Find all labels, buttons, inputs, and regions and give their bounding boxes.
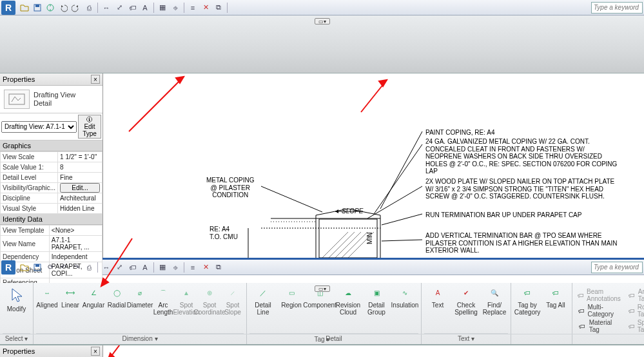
measure-icon[interactable]: ↔ xyxy=(101,262,112,273)
text-small-icon[interactable]: A xyxy=(139,2,151,14)
property-row[interactable]: Scale Value 1:8 xyxy=(1,162,102,173)
property-value[interactable]: Edit... xyxy=(58,183,102,193)
dimension-small-icon[interactable]: ⤢ xyxy=(113,2,125,14)
close-hidden-icon[interactable]: ✕ xyxy=(200,262,211,273)
property-key: Visual Style xyxy=(1,204,58,214)
switch-windows-icon[interactable]: ⧉ xyxy=(213,262,224,273)
tag-item-room-tag: 🏷Room Tag xyxy=(629,304,644,318)
open-icon[interactable] xyxy=(19,262,30,273)
type-selector[interactable]: Drafting View Detail xyxy=(0,86,102,113)
sync-icon[interactable]: ⟳ xyxy=(44,262,56,273)
thin-lines-icon[interactable]: ≡ xyxy=(187,262,199,273)
ribbon-collapse-toggle[interactable]: ▭▾ xyxy=(315,285,330,292)
text-small-icon[interactable]: A xyxy=(139,262,151,273)
property-value[interactable]: Architectural xyxy=(58,193,102,204)
spot-slope-icon: ⟋ xyxy=(225,285,240,301)
panel-label-tag2[interactable]: Tag ▾ xyxy=(0,334,644,345)
tool-arc-length[interactable]: ⌒Arc Length xyxy=(152,284,174,317)
tool-tag-all[interactable]: 🏷Tag All xyxy=(542,284,569,311)
tool-radial[interactable]: ◯Radial xyxy=(106,284,128,311)
property-value[interactable]: <None> xyxy=(49,226,102,236)
svg-line-25 xyxy=(110,345,139,357)
tool-tag-by-category[interactable]: 🏷Tag by Category xyxy=(514,284,541,317)
instance-dropdown[interactable]: Drafting View: A7.1-1 xyxy=(1,121,77,133)
drawing-canvas-bottom[interactable] xyxy=(103,345,644,357)
tag-item-multi-category[interactable]: 🏷Multi- Category xyxy=(578,304,623,318)
sync-icon[interactable] xyxy=(44,2,56,14)
property-row[interactable]: DependencyIndependent xyxy=(1,252,102,262)
property-key: Visibility/Graphic... xyxy=(1,183,58,193)
svg-line-9 xyxy=(322,232,348,258)
tag-small-icon[interactable]: 🏷 xyxy=(126,2,138,14)
redo-icon[interactable] xyxy=(70,2,82,14)
open-icon[interactable] xyxy=(19,2,30,14)
section-icon[interactable]: ⎆ xyxy=(170,262,181,273)
3d-view-icon[interactable]: ▦ xyxy=(157,2,168,14)
measure-icon[interactable]: ↔ xyxy=(101,2,112,14)
tool-revision-cloud[interactable]: ☁Revision Cloud xyxy=(335,284,362,317)
3d-view-icon[interactable]: ▦ xyxy=(157,262,168,273)
property-row[interactable]: View Scale1 1/2" = 1'-0" xyxy=(1,152,102,162)
property-value[interactable]: Hidden Line xyxy=(58,204,102,214)
tag-item-material-tag[interactable]: 🏷Material Tag xyxy=(578,319,623,333)
close-hidden-icon[interactable]: ✕ xyxy=(200,2,211,14)
save-icon[interactable] xyxy=(32,262,43,273)
tool-spot-slope: ⟋Spot Slope xyxy=(222,284,244,317)
edit-type-button[interactable]: 🛈 Edit Type xyxy=(78,115,101,139)
property-key: Discipline xyxy=(1,193,58,204)
svg-rect-1 xyxy=(35,5,39,7)
tool-text[interactable]: AText xyxy=(424,284,451,311)
property-row[interactable]: Detail LevelFine xyxy=(1,173,102,183)
tool-angular[interactable]: ∠Angular xyxy=(83,284,104,311)
tool-insulation[interactable]: ∿Insulation xyxy=(391,284,418,311)
panel-close-icon[interactable]: × xyxy=(91,75,100,84)
aligned-icon: ↔ xyxy=(39,285,55,301)
drafting-view-icon xyxy=(4,90,30,109)
tag-icon: 🏷 xyxy=(578,291,584,300)
property-row[interactable]: View NameA7.1-1 PARAPET, ... xyxy=(1,236,102,252)
redo-icon[interactable]: ↷ xyxy=(70,262,82,273)
tool-region[interactable]: ▭Region xyxy=(278,284,305,311)
panel-close-icon[interactable]: × xyxy=(91,347,100,356)
search-input[interactable] xyxy=(591,262,643,273)
search-input[interactable] xyxy=(591,2,643,14)
undo-icon[interactable]: ↶ xyxy=(57,262,69,273)
thin-lines-icon[interactable]: ≡ xyxy=(187,2,199,14)
undo-icon[interactable] xyxy=(57,2,69,14)
property-value[interactable]: 8 xyxy=(58,162,102,173)
property-group-header[interactable]: Graphics xyxy=(0,140,102,151)
tag-small-icon[interactable]: 🏷 xyxy=(126,262,138,273)
modify-tool[interactable]: Modify xyxy=(1,284,32,314)
print-icon[interactable]: ⎙ xyxy=(83,2,95,14)
property-value[interactable]: Fine xyxy=(58,173,102,183)
switch-windows-icon[interactable]: ⧉ xyxy=(213,2,224,14)
app-logo[interactable]: R xyxy=(1,1,15,15)
property-edit-button[interactable]: Edit... xyxy=(60,183,99,193)
tool-linear[interactable]: ⟷Linear xyxy=(59,284,81,311)
property-row[interactable]: View Template<None> xyxy=(1,226,102,236)
property-row[interactable]: Visual StyleHidden Line xyxy=(1,204,102,214)
annotation-arrow xyxy=(103,345,644,357)
tool-detail-line[interactable]: ／Detail Line xyxy=(249,284,277,317)
tag-icon: 🏷 xyxy=(578,306,585,315)
property-group-header[interactable]: Identity Data xyxy=(0,214,102,225)
drawing-canvas[interactable]: METAL COPING @ PILASTER CONDITION RE: A4… xyxy=(103,73,644,258)
ribbon-expand-toggle[interactable]: ▭▾ xyxy=(315,18,330,24)
print-icon[interactable]: ⎙ xyxy=(83,262,95,273)
property-row[interactable]: Visibility/Graphic...Edit... xyxy=(1,183,102,193)
tool-diameter[interactable]: ⌀Diameter xyxy=(129,284,151,311)
tool-check-spelling[interactable]: ✔Check Spelling xyxy=(453,284,480,317)
property-value[interactable]: A7.1-1 PARAPET, ... xyxy=(49,236,102,252)
app-logo[interactable]: R xyxy=(1,260,15,275)
region-icon: ▭ xyxy=(284,285,299,301)
save-icon[interactable] xyxy=(32,2,43,14)
property-value[interactable]: Independent xyxy=(49,252,102,262)
property-row[interactable]: DisciplineArchitectural xyxy=(1,193,102,204)
dimension-small-icon[interactable]: ⤢ xyxy=(113,262,125,273)
check-spelling-icon: ✔ xyxy=(458,285,474,301)
property-value[interactable]: 1 1/2" = 1'-0" xyxy=(58,152,102,162)
section-icon[interactable]: ⎆ xyxy=(170,2,181,14)
tool-detail-group[interactable]: ▣Detail Group xyxy=(363,284,390,317)
tool-aligned[interactable]: ↔Aligned xyxy=(36,284,58,311)
tool-find-replace[interactable]: 🔍Find/ Replace xyxy=(481,284,508,317)
